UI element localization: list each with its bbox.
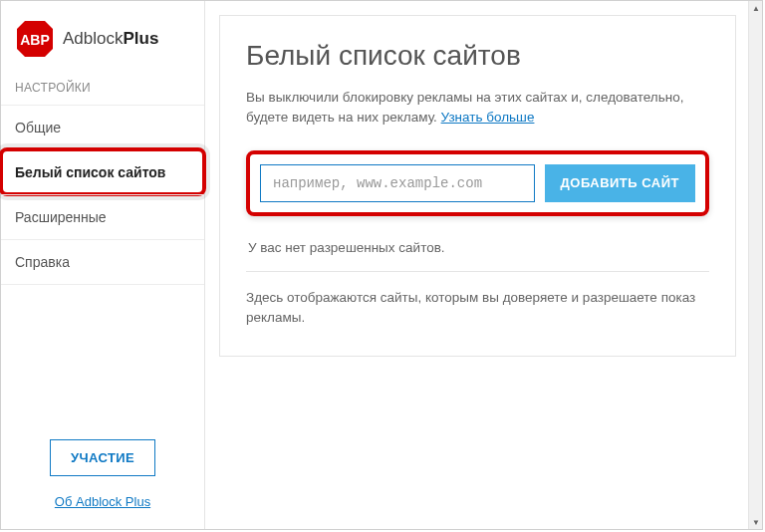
scroll-down-icon[interactable]: ▼ [749,515,763,529]
brand-name-light: Adblock [63,29,123,48]
about-link[interactable]: Об Adblock Plus [15,494,190,509]
page-description: Вы выключили блокировку рекламы на этих … [246,88,709,129]
vertical-scrollbar[interactable]: ▲ ▼ [748,1,762,529]
hint-text: Здесь отображаются сайты, которым вы дов… [246,288,709,329]
app-window: ABP AdblockPlus НАСТРОЙКИ Общие Белый сп… [0,0,763,530]
sidebar-item-label: Справка [15,254,70,270]
brand-name-bold: Plus [123,29,158,48]
add-site-highlight: ДОБАВИТЬ САЙТ [246,150,709,216]
brand: ABP AdblockPlus [1,13,204,77]
empty-state-message: У вас нет разрешенных сайтов. [246,234,709,272]
sidebar-item-label: Расширенные [15,209,107,225]
learn-more-link[interactable]: Узнать больше [441,110,535,125]
add-site-button[interactable]: ДОБАВИТЬ САЙТ [545,164,695,202]
sidebar-item-help[interactable]: Справка [1,239,204,285]
participate-button[interactable]: УЧАСТИЕ [50,439,155,476]
sidebar-item-whitelist[interactable]: Белый список сайтов [1,149,204,194]
sidebar-item-label: Общие [15,120,61,135]
main: Белый список сайтов Вы выключили блокиро… [205,1,762,529]
sidebar-item-general[interactable]: Общие [1,105,204,149]
sidebar-nav: Общие Белый список сайтов Расширенные Сп… [1,105,204,285]
page-title: Белый список сайтов [246,40,709,72]
content-panel: Белый список сайтов Вы выключили блокиро… [219,15,736,357]
add-site-row: ДОБАВИТЬ САЙТ [260,164,695,202]
svg-text:ABP: ABP [20,32,50,48]
sidebar-item-advanced[interactable]: Расширенные [1,194,204,239]
brand-name: AdblockPlus [63,29,158,49]
sidebar-bottom: УЧАСТИЕ Об Adblock Plus [1,421,204,529]
scroll-up-icon[interactable]: ▲ [749,1,763,15]
sidebar: ABP AdblockPlus НАСТРОЙКИ Общие Белый сп… [1,1,205,529]
sidebar-section-label: НАСТРОЙКИ [1,77,204,105]
sidebar-item-label: Белый список сайтов [15,164,165,180]
abp-logo-icon: ABP [15,19,55,59]
site-url-input[interactable] [260,164,535,202]
